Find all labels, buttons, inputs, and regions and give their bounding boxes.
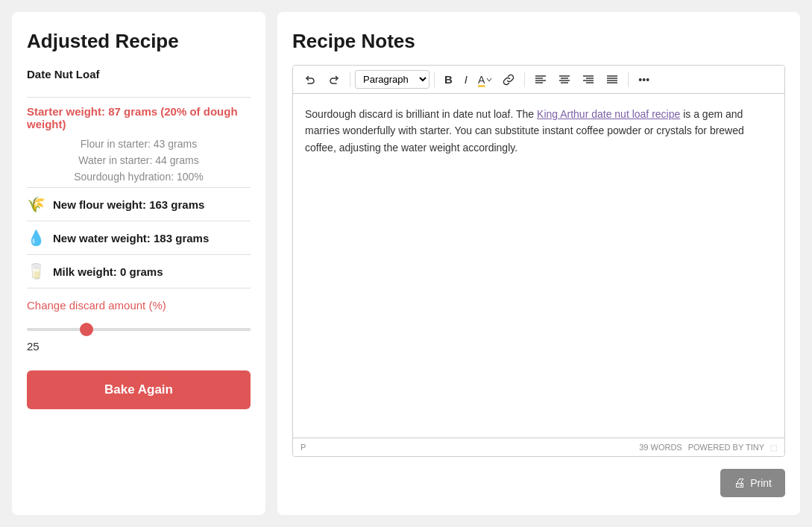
- milk-icon: 🥛: [27, 264, 45, 279]
- powered-by: POWERED BY TINY: [688, 443, 764, 452]
- milk-row: 🥛 Milk weight: 0 grams: [27, 254, 251, 288]
- text-before-link: Sourdough discard is brilliant in date n…: [305, 108, 537, 120]
- water-in-starter: Water in starter: 44 grams: [27, 154, 251, 166]
- right-panel: Recipe Notes Paragraph Heading 1 Heading…: [277, 12, 800, 515]
- redo-button[interactable]: [323, 71, 345, 89]
- flour-row: 🌾 New flour weight: 163 grams: [27, 187, 251, 221]
- starter-weight-label: Starter weight: 87 grams (20% of dough w…: [27, 105, 251, 130]
- left-panel: Adjusted Recipe Date Nut Loaf Starter we…: [12, 12, 265, 515]
- italic-button[interactable]: I: [459, 70, 473, 89]
- water-weight-label: New water weight: 183 grams: [53, 232, 209, 244]
- king-arthur-link[interactable]: King Arthur date nut loaf recipe: [537, 108, 680, 120]
- paragraph-select[interactable]: Paragraph Heading 1 Heading 2 Heading 3: [355, 70, 429, 89]
- milk-weight-label: Milk weight: 0 grams: [53, 265, 163, 278]
- right-panel-title: Recipe Notes: [292, 30, 785, 53]
- word-count: 39 WORDS: [639, 443, 682, 452]
- hydration-label: Sourdough hydration: 100%: [27, 171, 251, 183]
- resize-handle-icon[interactable]: ⬚: [770, 444, 777, 452]
- editor-footer: P 39 WORDS POWERED BY TINY ⬚: [293, 438, 784, 456]
- highlight-label: A: [478, 74, 485, 86]
- water-row: 💧 New water weight: 183 grams: [27, 221, 251, 254]
- bold-button[interactable]: B: [439, 70, 458, 89]
- toolbar-sep-3: [524, 72, 525, 87]
- toolbar-sep-1: [350, 72, 350, 87]
- editor-paragraph: Sourdough discard is brilliant in date n…: [305, 106, 772, 156]
- editor-toolbar: Paragraph Heading 1 Heading 2 Heading 3 …: [293, 66, 784, 94]
- discard-label: Change discard amount (%): [27, 299, 251, 312]
- print-icon: 🖨: [734, 476, 746, 490]
- discard-section: Change discard amount (%) 25: [27, 288, 251, 353]
- discard-value: 25: [27, 340, 251, 353]
- align-center-button[interactable]: [553, 72, 576, 88]
- undo-button[interactable]: [299, 71, 321, 89]
- print-label: Print: [750, 477, 772, 489]
- more-options-button[interactable]: •••: [633, 71, 655, 89]
- flour-weight-label: New flour weight: 163 grams: [53, 198, 204, 211]
- highlight-button[interactable]: A: [474, 71, 496, 89]
- toolbar-sep-4: [628, 72, 629, 87]
- print-button[interactable]: 🖨 Print: [720, 469, 785, 497]
- align-justify-button[interactable]: [601, 72, 623, 88]
- discard-slider[interactable]: [27, 328, 251, 331]
- editor-footer-right: 39 WORDS POWERED BY TINY ⬚: [639, 443, 777, 452]
- toolbar-sep-2: [434, 72, 435, 87]
- panel-title: Adjusted Recipe: [27, 30, 251, 53]
- flour-icon: 🌾: [27, 197, 45, 212]
- divider-1: [27, 97, 251, 98]
- recipe-name: Date Nut Loaf: [27, 68, 251, 81]
- bake-again-button[interactable]: Bake Again: [27, 370, 251, 409]
- discard-slider-container: [27, 321, 251, 334]
- paragraph-tag: P: [300, 443, 306, 452]
- flour-in-starter: Flour in starter: 43 grams: [27, 138, 251, 150]
- align-right-button[interactable]: [577, 72, 599, 88]
- align-left-button[interactable]: [529, 72, 552, 88]
- editor-container: Paragraph Heading 1 Heading 2 Heading 3 …: [292, 65, 785, 457]
- editor-content[interactable]: Sourdough discard is brilliant in date n…: [293, 94, 784, 438]
- link-button[interactable]: [497, 71, 520, 89]
- water-icon: 💧: [27, 230, 45, 245]
